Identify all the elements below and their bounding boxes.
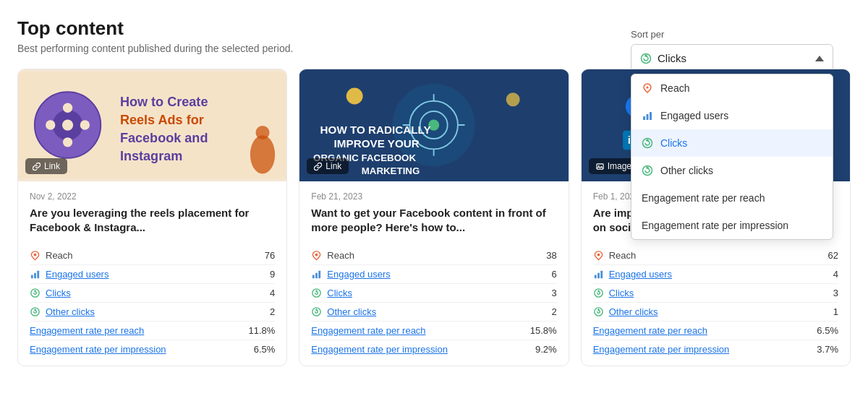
card-2-engaged-value: 6 [551,269,556,280]
clicks-icon-c3 [593,288,604,298]
svg-rect-43 [312,275,315,278]
card-3-clicks-value: 3 [833,288,838,298]
card-3-other-clicks-value: 1 [833,306,838,317]
svg-rect-65 [600,271,603,278]
svg-point-42 [315,254,318,256]
card-2-clicks-label[interactable]: Clicks [311,288,352,298]
card-1-other-clicks-label[interactable]: Other clicks [30,306,95,317]
svg-rect-22 [31,275,33,278]
svg-rect-24 [37,271,39,278]
card-1-other-clicks-value: 2 [270,306,275,317]
svg-point-19 [250,135,275,173]
svg-rect-3 [647,114,649,120]
card-1-metric-eng-imp: Engagement rate per impression 6.5% [30,340,275,358]
card-2-metric-eng-imp: Engagement rate per impression 9.2% [311,340,556,358]
card-3-eng-reach-value: 6.5% [817,325,838,336]
card-2-eng-imp-label[interactable]: Engagement rate per impression [311,344,448,355]
card-1-engaged-value: 9 [270,269,275,280]
card-1-clicks-label[interactable]: Clicks [30,288,71,298]
card-1-reach-value: 76 [265,250,275,261]
sort-option-clicks[interactable]: Clicks [631,129,833,157]
link-icon [33,163,41,171]
card-3-other-clicks-label[interactable]: Other clicks [593,306,658,317]
card-1-eng-imp-label[interactable]: Engagement rate per impression [30,344,166,355]
card-2-metric-engaged: Engaged users 6 [311,265,556,284]
svg-point-1 [647,87,649,89]
card-1-date: Nov 2, 2022 [30,191,275,202]
card-3-clicks-label[interactable]: Clicks [593,288,634,298]
engaged-icon-c3 [593,269,604,280]
sort-option-other-clicks[interactable]: Other clicks [631,157,833,184]
sort-option-clicks-label: Clicks [660,137,687,149]
clicks-icon-c2 [311,288,322,298]
svg-rect-45 [319,271,321,278]
card-1-body: Nov 2, 2022 Are you leveraging the reels… [18,181,286,366]
card-2-eng-reach-value: 15.8% [530,325,557,336]
card-2-badge-label: Link [326,161,341,171]
card-2: HOW TO RADICALLY IMPROVE YOUR ORGANIC FA… [299,69,569,366]
clicks-icon [640,53,652,64]
svg-rect-4 [650,112,652,120]
svg-text:Instagram: Instagram [120,149,182,163]
sort-option-eng-reach[interactable]: Engagement rate per reach [631,184,833,212]
svg-point-13 [46,120,55,129]
card-3-reach-value: 62 [828,250,838,261]
reach-icon-c1 [30,250,41,261]
reach-icon-c2 [311,250,322,261]
card-3-engaged-label[interactable]: Engaged users [593,269,672,280]
sort-option-eng-impression-label: Engagement rate per impression [642,220,788,231]
card-1-metric-reach: Reach 76 [30,246,275,265]
card-3-eng-imp-label[interactable]: Engagement rate per impression [593,344,730,355]
reach-icon-c3 [593,250,604,261]
card-3-eng-reach-label[interactable]: Engagement rate per reach [593,325,707,336]
card-1-metric-engaged: Engaged users 9 [30,265,275,284]
card-2-body: Feb 21, 2023 Want to get your Facebook c… [299,181,568,366]
svg-point-21 [34,254,37,256]
other-clicks-icon-c1 [30,306,41,317]
sort-dropdown-menu: Reach Engaged users [631,74,833,240]
svg-point-37 [506,92,520,106]
sort-option-eng-impression[interactable]: Engagement rate per impression [631,212,833,239]
svg-text:Facebook and: Facebook and [120,131,208,145]
card-3-metric-reach: Reach 62 [593,246,838,265]
card-1-eng-imp-value: 6.5% [254,344,276,355]
link-icon-c2 [314,163,322,171]
sort-option-engaged[interactable]: Engaged users [631,102,833,129]
card-1-eng-reach-value: 11.8% [248,325,275,336]
card-1-eng-reach-label[interactable]: Engagement rate per reach [30,325,144,336]
card-2-other-clicks-value: 2 [551,306,556,317]
other-clicks-icon-c2 [311,306,322,317]
card-2-eng-reach-label[interactable]: Engagement rate per reach [311,325,425,336]
card-2-other-clicks-label[interactable]: Other clicks [311,306,376,317]
card-1-engaged-label[interactable]: Engaged users [30,269,109,280]
svg-rect-23 [34,273,36,279]
svg-rect-44 [315,273,318,279]
card-3-engaged-value: 4 [833,269,838,280]
card-3-metric-clicks: Clicks 3 [593,284,838,303]
card-3-eng-imp-value: 3.7% [817,344,838,355]
card-2-image: HOW TO RADICALLY IMPROVE YOUR ORGANIC FA… [299,69,568,181]
sort-area: Sort per Clicks [631,29,833,72]
card-1: How to Create Reels Ads for Facebook and… [17,69,287,366]
svg-point-10 [62,119,73,130]
image-icon-c3 [596,163,604,171]
other-clicks-icon [642,165,653,176]
card-1-title: Are you leveraging the reels placement f… [30,206,275,236]
card-2-metric-reach: Reach 38 [311,246,556,265]
card-3-metric-eng-imp: Engagement rate per impression 3.7% [593,340,838,358]
card-1-badge: Link [25,158,67,174]
svg-text:Reels Ads for: Reels Ads for [120,113,204,127]
svg-point-12 [63,137,72,147]
chevron-up-icon [815,56,824,61]
sort-label: Sort per [631,29,833,40]
card-2-engaged-label[interactable]: Engaged users [311,269,390,280]
sort-option-engaged-label: Engaged users [660,110,728,121]
sort-option-reach[interactable]: Reach [631,74,833,102]
card-1-metric-clicks: Clicks 4 [30,284,275,303]
sort-option-reach-label: Reach [660,82,689,94]
sort-option-other-clicks-label: Other clicks [660,165,713,176]
card-1-clicks-value: 4 [270,288,275,298]
card-3-metric-other-clicks: Other clicks 1 [593,303,838,322]
card-2-metric-clicks: Clicks 3 [311,284,556,303]
other-clicks-icon-c3 [593,306,604,317]
